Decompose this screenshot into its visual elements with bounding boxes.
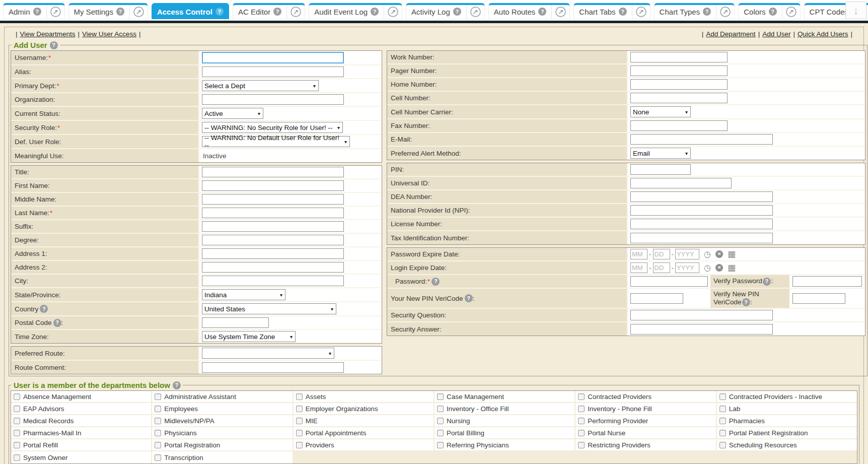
checkbox[interactable] bbox=[437, 418, 444, 424]
link-view-departments[interactable]: View Departments bbox=[20, 30, 76, 38]
clear-icon[interactable]: ✕ bbox=[715, 264, 723, 272]
preferred-alert-method-select[interactable]: Email▾ bbox=[630, 148, 691, 159]
dea-number-input[interactable] bbox=[630, 191, 773, 202]
password-expire-date-yyyy-input[interactable] bbox=[675, 249, 699, 259]
checkbox[interactable] bbox=[155, 406, 161, 412]
tab-my-settings[interactable]: My Settings?↗ bbox=[68, 3, 148, 19]
pin-input[interactable] bbox=[630, 164, 691, 175]
checkbox[interactable] bbox=[437, 442, 444, 448]
help-icon[interactable]: ? bbox=[273, 8, 281, 16]
username-input[interactable] bbox=[202, 52, 344, 63]
time-zone-select[interactable]: Use System Time Zone▾ bbox=[202, 331, 296, 342]
tab-colors[interactable]: Colors?↗ bbox=[738, 3, 800, 19]
link-add-department[interactable]: Add Department bbox=[706, 30, 755, 38]
checkbox[interactable] bbox=[14, 442, 20, 448]
fax-number-input[interactable] bbox=[630, 120, 728, 131]
checkbox[interactable] bbox=[296, 406, 303, 412]
login-expire-date-dd-input[interactable] bbox=[653, 262, 670, 273]
postal-code-input[interactable] bbox=[202, 317, 269, 328]
security-answer-input[interactable] bbox=[630, 324, 773, 335]
universal-id-input[interactable] bbox=[630, 178, 732, 188]
open-in-window-button[interactable]: ↗ bbox=[466, 5, 484, 19]
checkbox[interactable] bbox=[155, 418, 161, 424]
checkbox[interactable] bbox=[155, 393, 161, 400]
work-number-input[interactable] bbox=[630, 52, 728, 62]
help-icon[interactable]: ? bbox=[371, 8, 379, 16]
address-2-input[interactable] bbox=[202, 262, 344, 273]
clear-icon[interactable]: ✕ bbox=[715, 250, 723, 258]
first-name-input[interactable] bbox=[202, 180, 344, 191]
organization-input[interactable] bbox=[202, 94, 344, 105]
clock-icon[interactable]: ◷ bbox=[704, 250, 711, 258]
cell-number-input[interactable] bbox=[630, 93, 728, 103]
checkbox[interactable] bbox=[719, 393, 726, 400]
open-in-window-button[interactable]: ↗ bbox=[782, 5, 800, 19]
help-icon[interactable]: ? bbox=[116, 8, 124, 16]
help-icon[interactable]: ? bbox=[215, 8, 224, 16]
checkbox[interactable] bbox=[155, 442, 161, 448]
checkbox[interactable] bbox=[719, 406, 726, 412]
checkbox[interactable] bbox=[719, 442, 726, 448]
checkbox[interactable] bbox=[578, 418, 585, 424]
route-comment-input[interactable] bbox=[202, 362, 344, 373]
license-number-input[interactable] bbox=[630, 219, 773, 229]
tab-admin[interactable]: Admin?↗ bbox=[3, 3, 65, 19]
open-in-window-button[interactable]: ↗ bbox=[286, 5, 305, 19]
preferred-route-select[interactable]: ▾ bbox=[202, 348, 334, 359]
login-expire-date-yyyy-input[interactable] bbox=[675, 262, 699, 273]
help-icon[interactable]: ? bbox=[619, 8, 627, 16]
password-expire-date-dd-input[interactable] bbox=[653, 249, 670, 259]
tab-chart-types[interactable]: Chart Types?↗ bbox=[654, 3, 735, 19]
password-expire-date-mm-input[interactable] bbox=[630, 249, 647, 259]
middle-name-input[interactable] bbox=[202, 194, 344, 205]
open-in-window-button[interactable]: ↗ bbox=[551, 5, 569, 19]
tab-ac-editor[interactable]: AC Editor?↗ bbox=[233, 3, 305, 19]
tab-access-control[interactable]: Access Control? bbox=[152, 3, 229, 19]
alias-input[interactable] bbox=[202, 67, 344, 77]
home-number-input[interactable] bbox=[630, 79, 728, 90]
link-view-user-access[interactable]: View User Access bbox=[82, 30, 136, 38]
tab-audit-event-log[interactable]: Audit Event Log?↗ bbox=[309, 3, 402, 19]
checkbox[interactable] bbox=[14, 418, 20, 424]
help-icon[interactable]: ? bbox=[538, 8, 546, 16]
pager-number-input[interactable] bbox=[630, 65, 728, 76]
checkbox[interactable] bbox=[296, 430, 303, 436]
verify-new-pin-vericode-input[interactable] bbox=[792, 293, 845, 304]
open-in-window-button[interactable]: ↗ bbox=[384, 5, 402, 19]
degree-input[interactable] bbox=[202, 235, 344, 245]
tab-activity-log[interactable]: Activity Log?↗ bbox=[406, 3, 485, 19]
checkbox[interactable] bbox=[437, 393, 444, 400]
clock-icon[interactable]: ◷ bbox=[704, 264, 711, 272]
suffix-input[interactable] bbox=[202, 221, 344, 232]
calendar-icon[interactable]: ▦ bbox=[728, 263, 736, 272]
checkbox[interactable] bbox=[155, 454, 161, 461]
help-icon[interactable]: ? bbox=[173, 381, 181, 389]
city-input[interactable] bbox=[202, 276, 344, 286]
open-in-window-button[interactable]: ↗ bbox=[46, 5, 64, 19]
checkbox[interactable] bbox=[155, 430, 161, 436]
help-icon[interactable]: ? bbox=[50, 41, 58, 49]
help-icon[interactable]: ? bbox=[465, 294, 473, 302]
country-select[interactable]: United States▾ bbox=[202, 303, 336, 314]
tab-scroll-button[interactable]: ↓ bbox=[845, 2, 866, 19]
checkbox[interactable] bbox=[578, 430, 585, 436]
password-input[interactable] bbox=[630, 276, 708, 287]
security-role-select[interactable]: -- WARNING: No Security Role for User! -… bbox=[202, 122, 343, 133]
link-quick-add-users[interactable]: Quick Add Users bbox=[798, 30, 848, 38]
state-province-select[interactable]: Indiana▾ bbox=[202, 289, 285, 300]
help-icon[interactable]: ? bbox=[763, 278, 771, 286]
checkbox[interactable] bbox=[14, 393, 20, 400]
help-icon[interactable]: ? bbox=[40, 305, 48, 313]
checkbox[interactable] bbox=[14, 406, 20, 412]
checkbox[interactable] bbox=[296, 418, 303, 424]
security-question-input[interactable] bbox=[630, 310, 773, 320]
def-user-role-select[interactable]: -- WARNING: No Default User Role for Use… bbox=[202, 136, 350, 147]
tab-chart-tabs[interactable]: Chart Tabs?↗ bbox=[573, 3, 650, 19]
current-status-select[interactable]: Active▾ bbox=[202, 108, 263, 119]
open-in-window-button[interactable]: ↗ bbox=[632, 5, 650, 19]
address-1-input[interactable] bbox=[202, 248, 344, 259]
e-mail-input[interactable] bbox=[630, 134, 773, 145]
your-new-pin-vericode-input[interactable] bbox=[630, 293, 683, 304]
help-icon[interactable]: ? bbox=[453, 8, 461, 16]
help-icon[interactable]: ? bbox=[33, 8, 41, 16]
